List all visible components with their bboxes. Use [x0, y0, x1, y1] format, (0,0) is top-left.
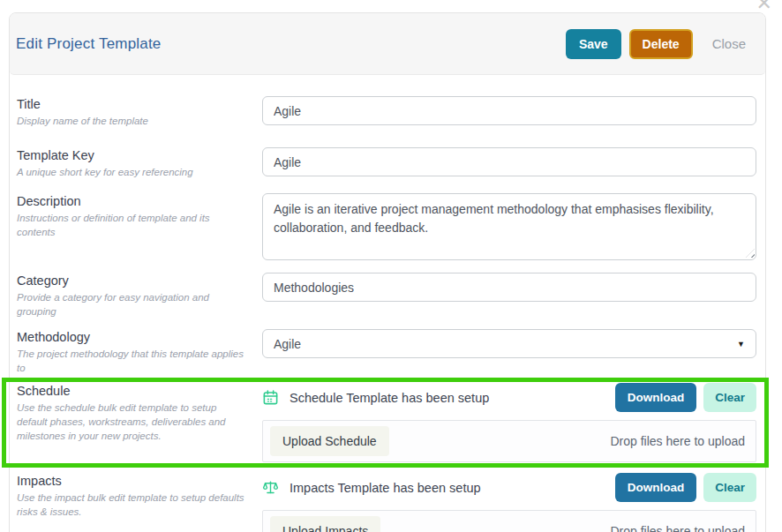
upload-impacts-button[interactable]: Upload Impacts — [270, 516, 380, 532]
impacts-status-text: Impacts Template has been setup — [289, 481, 615, 495]
field-row-category: Category Provide a category for easy nav… — [17, 273, 756, 318]
delete-button[interactable]: Delete — [629, 29, 693, 59]
field-row-impacts: Impacts Use the impact bulk edit templat… — [17, 473, 756, 532]
title-input[interactable] — [262, 96, 756, 125]
field-row-description: Description Instructions or definition o… — [17, 193, 756, 260]
description-textarea[interactable] — [262, 193, 756, 260]
page-title: Edit Project Template — [16, 35, 162, 53]
modal-header: Edit Project Template Save Delete Close — [10, 13, 765, 75]
schedule-status-text: Schedule Template has been setup — [289, 391, 615, 405]
schedule-dropzone[interactable]: Upload Schedule Drop files here to uploa… — [262, 420, 756, 462]
template-key-label: Template Key — [17, 148, 248, 162]
field-row-schedule: Schedule Use the schedule bulk edit temp… — [17, 383, 756, 462]
schedule-download-button[interactable]: Download — [615, 383, 697, 412]
schedule-help: Use the schedule bulk edit template to s… — [17, 401, 248, 443]
field-row-methodology: Methodology The project methodology that… — [17, 329, 756, 375]
impacts-help: Use the impact bulk edit template to set… — [17, 491, 248, 519]
schedule-clear-button[interactable]: Clear — [703, 383, 756, 412]
impacts-drop-text: Drop files here to upload — [610, 524, 745, 532]
title-label: Title — [17, 97, 248, 111]
methodology-label: Methodology — [17, 330, 248, 344]
category-input[interactable] — [262, 273, 756, 302]
impacts-label: Impacts — [17, 474, 248, 488]
impacts-dropzone[interactable]: Upload Impacts Drop files here to upload — [262, 510, 756, 532]
methodology-select[interactable]: Agile ▼ — [262, 329, 756, 358]
methodology-help: The project methodology that this templa… — [17, 347, 248, 375]
schedule-label: Schedule — [17, 384, 248, 398]
edit-project-template-modal: Edit Project Template Save Delete Close … — [9, 12, 766, 532]
modal-body: Title Display name of the template Templ… — [10, 75, 765, 532]
impacts-status-line: Impacts Template has been setup Download… — [262, 473, 756, 503]
category-label: Category — [17, 273, 248, 288]
schedule-status-line: Schedule Template has been setup Downloa… — [262, 383, 756, 413]
upload-schedule-button[interactable]: Upload Schedule — [270, 426, 389, 456]
scales-icon — [262, 479, 279, 496]
field-row-template-key: Template Key A unique short key for easy… — [17, 147, 756, 179]
description-help: Instructions or definition of template a… — [17, 211, 248, 239]
save-button[interactable]: Save — [566, 29, 621, 59]
close-icon[interactable]: ✕ — [756, 0, 772, 13]
impacts-download-button[interactable]: Download — [615, 473, 697, 502]
impacts-clear-button[interactable]: Clear — [703, 473, 756, 502]
close-button[interactable]: Close — [707, 29, 751, 58]
schedule-drop-text: Drop files here to upload — [610, 434, 745, 448]
template-key-help: A unique short key for easy referencing — [17, 165, 248, 179]
chevron-down-icon: ▼ — [737, 340, 745, 348]
calendar-icon — [262, 389, 279, 406]
field-row-title: Title Display name of the template — [17, 96, 756, 128]
title-help: Display name of the template — [17, 114, 248, 128]
methodology-selected-value: Agile — [274, 337, 301, 351]
template-key-input[interactable] — [262, 147, 756, 176]
header-actions: Save Delete Close — [566, 29, 751, 59]
description-label: Description — [17, 194, 248, 208]
category-help: Provide a category for easy navigation a… — [17, 290, 248, 318]
